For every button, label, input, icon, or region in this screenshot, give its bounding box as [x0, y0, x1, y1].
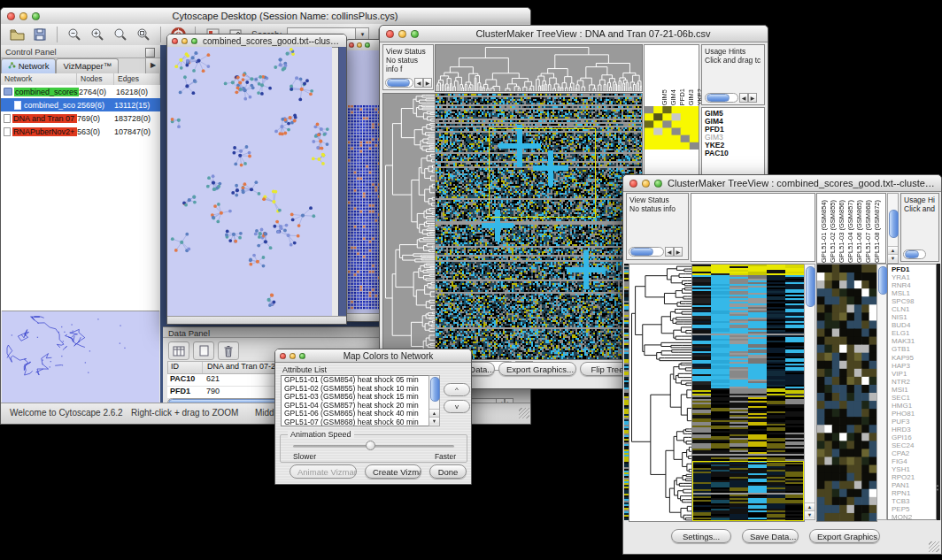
scroll-left-arrow[interactable]: ◀ — [665, 247, 674, 257]
attribute-select-icon[interactable] — [168, 341, 189, 360]
scroll-down-arrow[interactable]: ▼ — [805, 510, 815, 518]
zoom-out-icon[interactable] — [66, 27, 83, 42]
close-button[interactable] — [7, 12, 15, 20]
save-button[interactable] — [31, 27, 49, 42]
row-label[interactable]: NTR2 — [892, 378, 936, 386]
network-window-titlebar[interactable]: combined_scores_good.txt--cluste... — [167, 35, 346, 48]
scroll-left-arrow[interactable]: ◀ — [414, 78, 423, 88]
row-label[interactable]: MON2 — [892, 513, 936, 521]
row-label[interactable]: TCB3 — [892, 497, 936, 505]
close-button[interactable] — [349, 42, 354, 48]
gene-list-vscrollbar[interactable] — [937, 264, 940, 520]
zoom-button[interactable] — [191, 38, 197, 44]
view-status-hscrollbar[interactable]: ◀▶ — [385, 78, 413, 88]
resize-grip[interactable] — [929, 541, 939, 552]
dialog-titlebar[interactable]: Map Colors to Network — [275, 349, 471, 363]
row-label[interactable]: BUD4 — [892, 321, 936, 329]
scroll-right-arrow[interactable]: ▶ — [748, 93, 757, 103]
close-button[interactable] — [280, 353, 286, 359]
minimize-button[interactable] — [19, 12, 27, 20]
row-label[interactable]: PFD1 — [892, 265, 936, 273]
scroll-thumb[interactable] — [430, 377, 440, 402]
scroll-down-arrow[interactable]: ▼ — [429, 417, 439, 425]
scroll-right-arrow[interactable]: ▶ — [423, 78, 432, 88]
zoom-in-icon[interactable] — [89, 27, 106, 42]
minimize-button[interactable] — [357, 42, 362, 48]
scroll-right-arrow[interactable]: ▶ — [674, 247, 683, 257]
row-label[interactable]: MSI1 — [892, 386, 936, 394]
new-attribute-icon[interactable] — [193, 341, 214, 360]
row-label[interactable]: MSL1 — [892, 289, 936, 297]
row-label[interactable]: PHO81 — [892, 410, 936, 418]
delete-attribute-icon[interactable] — [218, 341, 239, 360]
row-label[interactable]: MAK31 — [892, 337, 936, 345]
network-name[interactable]: combined_sco — [23, 101, 77, 110]
hidden-window-hscrollbar[interactable] — [346, 313, 382, 321]
list-item[interactable]: GPL51-07 (GSM868) heat shock 60 min — [282, 418, 439, 426]
dense-network-grid-view[interactable] — [347, 50, 381, 314]
scroll-thumb[interactable] — [630, 248, 653, 256]
scroll-thumb[interactable] — [387, 79, 410, 87]
close-button[interactable] — [386, 30, 394, 38]
close-button[interactable] — [172, 38, 178, 44]
network-hscrollbar[interactable] — [167, 316, 346, 324]
animate-vizmap-button[interactable]: Animate Vizmap — [290, 464, 357, 479]
row-label[interactable]: RPN1 — [892, 489, 936, 497]
network-name[interactable]: RNAPuberNov2+ — [12, 127, 77, 136]
minimize-button[interactable] — [290, 353, 296, 359]
row-label[interactable]: HRD3 — [892, 426, 936, 433]
move-down-button[interactable]: v — [444, 400, 470, 413]
close-button[interactable] — [629, 180, 637, 188]
speed-slider-thumb[interactable] — [366, 441, 375, 450]
id-column-header[interactable]: ID — [168, 362, 203, 373]
minimize-button[interactable] — [642, 180, 650, 188]
heatmap-vscrollbar[interactable]: ▲▼ — [804, 264, 815, 520]
usage-hints-hscrollbar[interactable] — [903, 249, 926, 259]
network-graph-view[interactable] — [167, 47, 332, 317]
zoom-button[interactable] — [365, 42, 370, 48]
scroll-up-arrow[interactable]: ▲ — [888, 246, 898, 254]
export-graphics-button[interactable]: Export Graphics... — [809, 529, 880, 543]
row-label[interactable]: PAC10 — [705, 150, 764, 157]
row-label[interactable]: HMG1 — [892, 402, 936, 410]
settings-button[interactable]: Settings... — [671, 529, 731, 543]
zoom-heatmap-matrix[interactable] — [645, 106, 699, 150]
gene-label-list[interactable]: PFD1YRA1RNR4MSL1SPC98CLN1NIS1BUD4ELG1MAK… — [887, 264, 937, 520]
float-panel-icon[interactable] — [145, 48, 155, 58]
scroll-up-arrow[interactable]: ▲ — [429, 409, 439, 417]
scroll-left-arrow[interactable]: ◀ — [739, 93, 748, 103]
network-tree-row[interactable]: RNAPuberNov2+563(0)107847(0) — [1, 125, 160, 138]
main-titlebar[interactable]: Cytoscape Desktop (Session Name: collins… — [1, 8, 530, 25]
move-up-button[interactable]: ^ — [444, 383, 470, 396]
column-header-nodes[interactable]: Nodes — [77, 73, 114, 85]
row-label[interactable]: GPI16 — [892, 433, 936, 441]
row-label[interactable]: ELG1 — [892, 329, 936, 337]
network-name[interactable]: DNA and Tran 07 — [12, 114, 77, 123]
gene-list-scroll-arrows[interactable]: ▲▼ — [935, 483, 940, 502]
row-label[interactable]: KAP95 — [892, 354, 936, 362]
row-label[interactable]: CLN1 — [892, 305, 936, 313]
row-label[interactable]: PAN1 — [892, 481, 936, 489]
row-label[interactable]: YRA1 — [892, 273, 936, 281]
resize-grip[interactable] — [519, 408, 529, 418]
minimize-button[interactable] — [181, 38, 188, 44]
row-label[interactable]: VIP1 — [892, 370, 936, 378]
view-status-hscrollbar[interactable]: ◀▶ — [629, 247, 664, 257]
network-tree-row[interactable]: DNA and Tran 07769(0)183728(0) — [1, 111, 160, 125]
network-overview-panel[interactable] — [2, 311, 159, 404]
zoom-vscrollbar[interactable] — [876, 264, 887, 520]
zoom-selected-icon[interactable] — [112, 27, 129, 42]
scroll-down-arrow[interactable]: ▼ — [888, 254, 898, 262]
column-dendrogram[interactable] — [435, 44, 643, 92]
row-label[interactable]: SPC98 — [892, 297, 936, 305]
row-dendrogram[interactable] — [382, 93, 436, 360]
column-header-network[interactable]: Network — [1, 73, 77, 85]
open-file-button[interactable] — [8, 27, 26, 42]
treeview2-titlebar[interactable]: ClusterMaker TreeView : combined_scores_… — [623, 175, 941, 192]
scroll-thumb[interactable] — [806, 266, 815, 307]
network-overview-thumbnail[interactable] — [2, 311, 159, 403]
global-heatmap[interactable] — [691, 264, 805, 522]
zoom-heatmap[interactable] — [816, 264, 877, 522]
row-label[interactable]: SEC24 — [892, 441, 936, 449]
usage-hints-hscrollbar[interactable]: ◀▶ — [705, 93, 738, 103]
